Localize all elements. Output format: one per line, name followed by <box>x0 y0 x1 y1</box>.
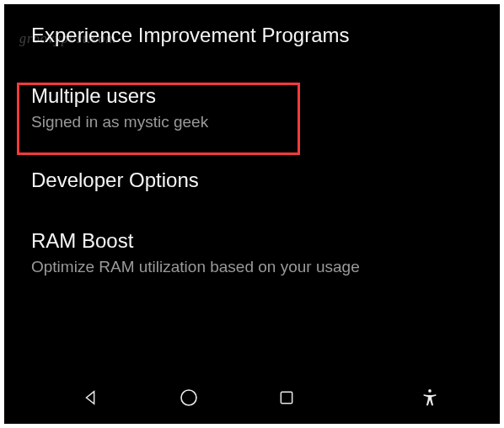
setting-subtitle: Optimize RAM utilization based on your u… <box>31 257 473 277</box>
setting-ram-boost[interactable]: RAM Boost Optimize RAM utilization based… <box>31 210 473 294</box>
navigation-bar <box>4 372 500 424</box>
setting-title: Multiple users <box>31 83 473 109</box>
svg-point-2 <box>428 389 432 393</box>
accessibility-icon[interactable] <box>419 387 441 409</box>
setting-multiple-users[interactable]: Multiple users Signed in as mystic geek <box>31 65 473 149</box>
svg-rect-1 <box>281 392 292 403</box>
setting-developer-options[interactable]: Developer Options <box>31 149 473 210</box>
settings-list: Experience Improvement Programs Multiple… <box>4 4 500 294</box>
setting-title: RAM Boost <box>31 228 473 254</box>
settings-screen: groovypost.com Experience Improvement Pr… <box>4 4 500 424</box>
nav-home-icon[interactable] <box>178 387 200 409</box>
setting-subtitle: Signed in as mystic geek <box>31 112 473 132</box>
nav-back-icon[interactable] <box>80 387 102 409</box>
setting-title: Developer Options <box>31 168 473 193</box>
setting-title: Experience Improvement Programs <box>31 23 473 48</box>
nav-recent-icon[interactable] <box>276 387 298 409</box>
setting-experience-improvement[interactable]: Experience Improvement Programs <box>31 4 473 65</box>
svg-point-0 <box>181 390 196 405</box>
